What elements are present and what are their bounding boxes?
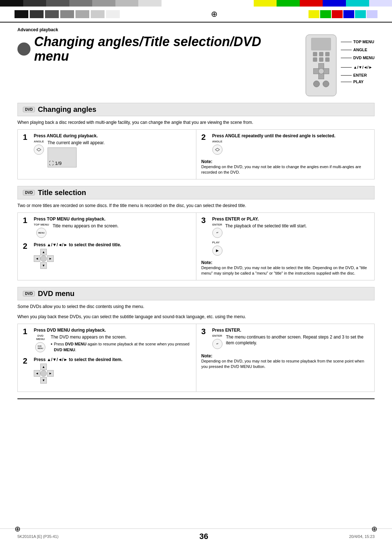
- title-step3-title: Press ENTER or PLAY.: [212, 216, 369, 222]
- dvd-step1-bullet: • Press DVD MENU again to resume playbac…: [51, 341, 191, 353]
- dvdmenu-icon-label: DVD MENU: [34, 334, 47, 341]
- changing-angles-header: DVD Changing angles: [17, 103, 375, 116]
- color-block-green: [277, 0, 300, 7]
- dvd-step1-title: Press DVD MENU during playback.: [34, 328, 191, 333]
- enter-button-icon: ↵: [212, 228, 222, 238]
- dvd-step3-desc: The menu continues to another screen. Re…: [226, 334, 369, 347]
- angles-step2: 2 Press ANGLE repeatedly until the desir…: [201, 133, 369, 155]
- title-dpad-right: ►: [47, 255, 54, 262]
- dvd-step1: 1 Press DVD MENU during playback. DVD ME…: [23, 328, 191, 353]
- dpad-right: [323, 68, 329, 74]
- label-dvdmenu: DVD MENU: [353, 56, 375, 60]
- color-block-blue: [323, 0, 346, 7]
- remote-label-angle: ANGLE: [341, 48, 375, 52]
- remote-row-3: [306, 81, 336, 87]
- footer-doc-code: 5K20101A [E] (P35-41): [17, 534, 58, 539]
- title-steps-left: 1 Press TOP MENU during playback. TOP ME…: [18, 213, 196, 280]
- angles-step1-title: Press ANGLE during playback.: [34, 133, 191, 138]
- cal-sq-2: [30, 10, 44, 18]
- color-block-4: [69, 0, 93, 7]
- remote-btn-a: [313, 52, 317, 56]
- dvd-dpad-down: ▼: [40, 377, 47, 384]
- cal-sq-4: [60, 10, 74, 18]
- angles-step1-desc: The current angle will appear. ⛶ 1/9: [48, 140, 105, 169]
- title-circle-icon: [17, 42, 30, 56]
- angle-icon-label: ANGLE: [34, 140, 44, 143]
- calibration-squares: [15, 10, 120, 18]
- title-dpad-up: ▲: [40, 249, 47, 255]
- section-label-text: Advanced playback: [17, 27, 58, 32]
- dvd-step2-title: Press ▲/▼/◄/► to select the desired item…: [34, 357, 191, 362]
- color-block-3: [46, 0, 69, 7]
- title-selection-title: Title selection: [38, 189, 86, 197]
- line-angle: [341, 50, 352, 50]
- remote-row-1: [306, 52, 336, 56]
- remote-btn-b: [319, 52, 323, 56]
- color-block-cyan: [346, 0, 369, 7]
- dvd-menu-desc1: Some DVDs allow you to select the disc c…: [17, 303, 375, 310]
- topmenu-button-icon: MENU: [36, 228, 46, 238]
- remote-screen: [311, 38, 331, 50]
- title-selection-section: DVD Title selection Two or more titles a…: [17, 186, 375, 280]
- dvd-dpad-right: ►: [47, 370, 54, 377]
- line-dvdmenu: [341, 58, 352, 58]
- color-block-10: [208, 0, 231, 7]
- label-angle: ANGLE: [353, 48, 367, 52]
- remote-label-play: PLAY: [341, 80, 375, 84]
- title-step1-content: Press TOP MENU during playback. TOP MENU…: [34, 216, 191, 238]
- remote-btn-c: [325, 52, 330, 56]
- topmenu-icon-label: TOP MENU: [34, 223, 49, 226]
- title-step1-title: Press TOP MENU during playback.: [34, 216, 191, 222]
- remote-enter-btn: [313, 81, 320, 87]
- dvd-step1-content: Press DVD MENU during playback. DVD MENU…: [34, 328, 191, 353]
- dvd-step3-content: Press ENTER. ENTER ↵ The menu continues …: [212, 328, 369, 349]
- dvd-enter-icon-label: ENTER: [212, 334, 222, 337]
- title-selection-steps: 1 Press TOP MENU during playback. TOP ME…: [17, 212, 375, 280]
- remote-btn-e: [319, 57, 323, 62]
- main-title-container: Changing angles/Title selection/DVD menu: [17, 35, 295, 63]
- color-block-5: [92, 0, 115, 7]
- title-step3-body: ENTER ↵ The playback of the selected tit…: [212, 223, 369, 238]
- label-topmenu: TOP MENU: [353, 40, 374, 44]
- remote-illustration: [306, 35, 336, 96]
- title-step3-content: Press ENTER or PLAY. ENTER ↵ The playbac…: [212, 216, 369, 256]
- dvd-step2-num: 2: [23, 357, 30, 365]
- dvdmenu-icon-group: DVD MENU DVDMENU: [34, 334, 47, 352]
- title-selection-desc: Two or more titles are recorded on some …: [17, 202, 375, 209]
- cal-sq-7: [106, 10, 120, 18]
- dvd-step3: 3 Press ENTER. ENTER ↵ The menu continue…: [201, 328, 369, 349]
- label-dpad: ▲/▼/◄/►: [353, 65, 372, 69]
- title-step3-desc: The playback of the selected title will …: [225, 223, 307, 229]
- main-title-text: Changing angles/Title selection/DVD menu: [34, 35, 295, 63]
- color-block-7: [138, 0, 162, 7]
- title-step1-body: TOP MENU MENU Title menu appears on the …: [34, 223, 191, 238]
- rc-ltblue: [367, 10, 377, 18]
- rc-blue: [343, 10, 354, 18]
- bottom-rule: [17, 398, 375, 399]
- title-note-text: Depending on the DVD, you may not be abl…: [201, 265, 369, 276]
- angle-icon-unicode: ⛶ 1/9: [49, 161, 62, 166]
- dvd-steps-right: 3 Press ENTER. ENTER ↵ The menu continue…: [196, 324, 375, 392]
- angles-step1: 1 Press ANGLE during playback. ANGLE: [23, 133, 191, 169]
- color-block-11: [230, 0, 254, 7]
- section-label: Advanced playback: [17, 27, 375, 32]
- title-step2-title: Press ▲/▼/◄/► to select the desired titl…: [34, 242, 191, 247]
- rc-cyan: [355, 10, 366, 18]
- crosshair-bottom-left: ⊕: [15, 524, 21, 533]
- label-play: PLAY: [353, 80, 363, 84]
- topmenu-icon-group: TOP MENU MENU: [34, 223, 49, 238]
- angles-steps-left: 1 Press ANGLE during playback. ANGLE: [18, 130, 196, 179]
- color-block-2: [23, 0, 46, 7]
- play-button-icon: ▶: [212, 246, 222, 256]
- page-body: Advanced playback Changing angles/Title …: [0, 27, 392, 392]
- dvd-menu-desc2: When you play back these DVDs, you can s…: [17, 313, 375, 320]
- angle-display-box: ⛶ 1/9: [48, 147, 77, 167]
- changing-angles-desc: When playing back a disc recorded with m…: [17, 119, 375, 126]
- remote-labels: TOP MENU ANGLE DVD MENU ▲/▼/◄/► ENTER: [341, 40, 375, 84]
- remote-btn-f: [325, 57, 330, 62]
- title-step2-num: 2: [23, 242, 30, 250]
- dvd-badge-title: DVD: [23, 190, 35, 195]
- top-color-bar: [0, 0, 392, 7]
- dvd-step2-content: Press ▲/▼/◄/► to select the desired item…: [34, 357, 191, 384]
- dvd-badge-menu: DVD: [23, 291, 35, 296]
